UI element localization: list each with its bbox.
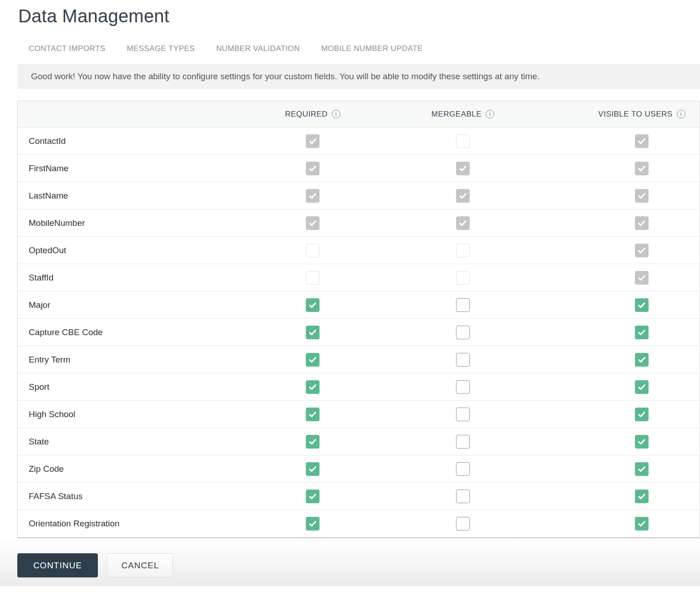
field-name-label: ContactId	[18, 136, 284, 146]
visible-to-users-cell	[584, 216, 700, 230]
visible-to-users-checkbox[interactable]	[635, 380, 649, 394]
check-icon	[308, 410, 317, 419]
table-row: ContactId	[18, 128, 700, 155]
mergeable-checkbox	[456, 244, 470, 257]
mergeable-checkbox[interactable]	[456, 490, 470, 503]
column-header-required: REQUIRED i	[284, 110, 342, 119]
mergeable-cell	[342, 517, 584, 531]
table-row: Entry Term	[18, 346, 700, 373]
required-checkbox[interactable]	[306, 298, 320, 312]
visible-to-users-cell	[584, 298, 700, 312]
field-name-label: FAFSA Status	[18, 491, 284, 501]
mergeable-checkbox[interactable]	[456, 380, 470, 394]
page-title: Data Management	[17, 0, 700, 26]
tab-message-types[interactable]: MESSAGE TYPES	[127, 44, 194, 53]
required-checkbox[interactable]	[306, 353, 320, 367]
mergeable-checkbox[interactable]	[456, 435, 470, 449]
visible-to-users-cell	[584, 517, 700, 531]
table-row: State	[18, 428, 700, 455]
mergeable-cell	[342, 244, 584, 257]
column-header-visible-to-users: VISIBLE TO USERS i	[584, 110, 700, 119]
visible-to-users-checkbox[interactable]	[635, 353, 649, 367]
visible-to-users-checkbox[interactable]	[635, 490, 649, 503]
column-header-mergeable-label: MERGEABLE	[431, 110, 482, 119]
mergeable-cell	[342, 216, 584, 230]
required-checkbox[interactable]	[306, 326, 320, 339]
required-cell	[284, 517, 342, 531]
field-name-label: Sport	[18, 382, 284, 392]
check-icon	[637, 464, 646, 474]
check-icon	[637, 383, 646, 392]
required-checkbox[interactable]	[306, 435, 320, 449]
check-icon	[308, 355, 317, 364]
visible-to-users-checkbox[interactable]	[635, 462, 649, 476]
tab-mobile-number-update[interactable]: MOBILE NUMBER UPDATE	[321, 44, 423, 53]
cancel-button[interactable]: CANCEL	[107, 553, 173, 577]
check-icon	[308, 383, 317, 392]
visible-to-users-cell	[584, 353, 700, 367]
info-icon[interactable]: i	[486, 110, 494, 118]
table-row: Major	[18, 291, 700, 319]
table-row: LastName	[18, 182, 700, 209]
required-checkbox[interactable]	[306, 517, 320, 531]
check-icon	[637, 273, 646, 282]
visible-to-users-cell	[584, 408, 700, 421]
mergeable-checkbox[interactable]	[456, 298, 470, 312]
column-header-visible-to-users-label: VISIBLE TO USERS	[598, 110, 672, 119]
visible-to-users-checkbox[interactable]	[635, 298, 649, 312]
check-icon	[308, 219, 317, 228]
table-row: StaffId	[18, 264, 700, 291]
info-icon[interactable]: i	[332, 110, 340, 118]
visible-to-users-checkbox[interactable]	[635, 435, 649, 449]
mergeable-cell	[342, 462, 584, 476]
mergeable-checkbox	[456, 134, 470, 148]
mergeable-cell	[342, 490, 584, 503]
required-checkbox	[306, 216, 320, 230]
required-checkbox[interactable]	[306, 380, 320, 394]
check-icon	[308, 328, 317, 337]
visible-to-users-cell	[584, 189, 700, 203]
required-checkbox	[306, 162, 320, 175]
footer-action-bar: CONTINUE CANCEL	[0, 538, 700, 586]
field-name-label: Capture CBE Code	[18, 327, 284, 337]
field-name-label: Orientation Registration	[18, 519, 284, 529]
visible-to-users-checkbox[interactable]	[635, 326, 649, 339]
info-banner-text: Good work! You now have the ability to c…	[31, 71, 539, 81]
required-cell	[284, 380, 342, 394]
table-row: FAFSA Status	[18, 483, 700, 510]
check-icon	[637, 492, 646, 501]
data-management-page: Data Management CONTACT IMPORTS MESSAGE …	[0, 0, 700, 586]
mergeable-checkbox	[456, 271, 470, 285]
info-icon[interactable]: i	[677, 110, 685, 118]
required-checkbox[interactable]	[306, 490, 320, 503]
table-row: MobileNumber	[18, 209, 700, 237]
required-checkbox[interactable]	[306, 462, 320, 476]
field-name-label: MobileNumber	[18, 218, 284, 228]
required-cell	[284, 134, 342, 148]
mergeable-checkbox[interactable]	[456, 326, 470, 339]
visible-to-users-checkbox[interactable]	[635, 408, 649, 421]
tab-number-validation[interactable]: NUMBER VALIDATION	[216, 44, 300, 53]
table-header-row: REQUIRED i MERGEABLE i VISIBLE TO USERS …	[18, 101, 700, 128]
visible-to-users-checkbox	[635, 216, 649, 230]
check-icon	[458, 164, 467, 173]
continue-button[interactable]: CONTINUE	[17, 553, 98, 577]
column-header-required-label: REQUIRED	[285, 110, 328, 119]
required-checkbox[interactable]	[306, 408, 320, 421]
check-icon	[308, 191, 317, 200]
check-icon	[637, 137, 646, 146]
mergeable-checkbox	[456, 162, 470, 175]
mergeable-checkbox[interactable]	[456, 462, 470, 476]
mergeable-checkbox[interactable]	[456, 517, 470, 531]
table-row: OptedOut	[18, 237, 700, 264]
visible-to-users-cell	[584, 326, 700, 339]
required-cell	[284, 353, 342, 367]
visible-to-users-checkbox[interactable]	[635, 517, 649, 531]
visible-to-users-checkbox	[635, 189, 649, 203]
mergeable-cell	[342, 353, 584, 367]
tab-contact-imports[interactable]: CONTACT IMPORTS	[29, 44, 105, 53]
mergeable-checkbox[interactable]	[456, 353, 470, 367]
tab-bar: CONTACT IMPORTS MESSAGE TYPES NUMBER VAL…	[17, 44, 700, 53]
check-icon	[308, 492, 317, 501]
mergeable-checkbox[interactable]	[456, 408, 470, 421]
